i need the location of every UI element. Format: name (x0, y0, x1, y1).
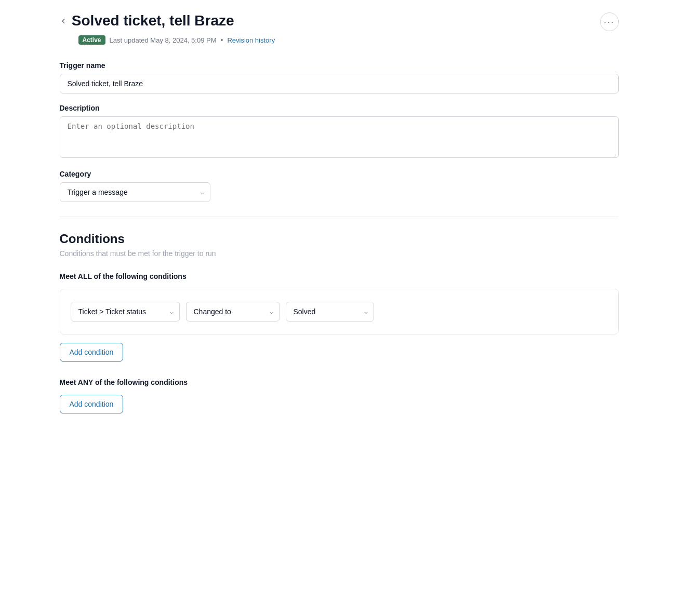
condition-operator-select[interactable]: Changed to (186, 302, 280, 322)
status-badge: Active (78, 35, 105, 45)
category-label: Category (60, 170, 619, 178)
meet-all-conditions-box: Ticket > Ticket status ⌵ Changed to ⌵ So… (60, 289, 619, 334)
condition-field-wrapper: Ticket > Ticket status ⌵ (71, 302, 180, 322)
category-select-wrapper: Trigger a message Notify active agents O… (60, 182, 210, 202)
conditions-subtitle: Conditions that must be met for the trig… (60, 249, 619, 258)
revision-history-link[interactable]: Revision history (227, 36, 275, 44)
description-label: Description (60, 104, 619, 112)
more-options-button[interactable]: ··· (600, 12, 619, 31)
description-wrapper: ⌟ (60, 116, 619, 159)
condition-row-1: Ticket > Ticket status ⌵ Changed to ⌵ So… (71, 302, 608, 322)
description-input[interactable] (60, 116, 619, 158)
section-divider (60, 217, 619, 217)
trigger-name-input[interactable] (60, 74, 619, 93)
meet-any-section: Meet ANY of the following conditions Add… (60, 378, 619, 413)
condition-operator-wrapper: Changed to ⌵ (186, 302, 280, 322)
resize-handle-icon: ⌟ (614, 150, 617, 157)
meet-any-label: Meet ANY of the following conditions (60, 378, 619, 386)
meet-all-label: Meet ALL of the following conditions (60, 272, 619, 280)
trigger-name-label: Trigger name (60, 61, 619, 70)
add-condition-all-button[interactable]: Add condition (60, 343, 124, 361)
more-options-icon: ··· (604, 17, 615, 28)
condition-value-select[interactable]: Solved (286, 302, 374, 322)
conditions-title: Conditions (60, 232, 619, 246)
back-button[interactable]: ‹ (60, 14, 68, 28)
page-title: Solved ticket, tell Braze (72, 12, 234, 29)
condition-field-select[interactable]: Ticket > Ticket status (71, 302, 180, 322)
last-updated-text: Last updated May 8, 2024, 5:09 PM (110, 36, 217, 44)
dot-separator: • (221, 36, 223, 44)
category-select[interactable]: Trigger a message Notify active agents O… (60, 182, 210, 202)
add-condition-any-button[interactable]: Add condition (60, 395, 124, 413)
condition-value-wrapper: Solved ⌵ (286, 302, 374, 322)
